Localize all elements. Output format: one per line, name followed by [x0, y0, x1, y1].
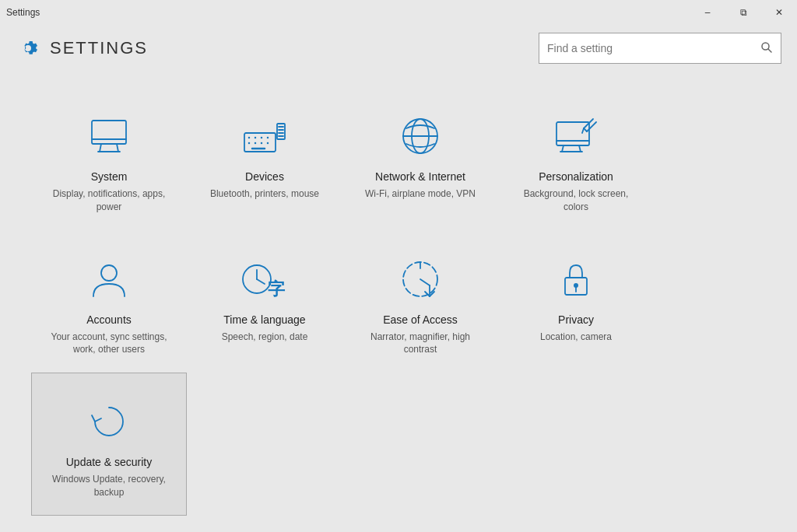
header-logo: SETTINGS — [16, 36, 148, 61]
privacy-desc: Location, camera — [540, 331, 612, 344]
personalization-title: Personalization — [539, 170, 613, 183]
accounts-title: Accounts — [86, 313, 132, 326]
search-input[interactable] — [547, 42, 760, 54]
search-icon — [760, 41, 773, 56]
svg-text:字: 字 — [268, 279, 286, 299]
minimize-button[interactable]: – — [690, 0, 725, 25]
personalization-desc: Background, lock screen, colors — [511, 187, 641, 214]
devices-desc: Bluetooth, printers, mouse — [210, 187, 319, 201]
system-desc: Display, notifications, apps, power — [44, 187, 174, 214]
svg-rect-2 — [92, 121, 126, 144]
personalization-icon — [551, 111, 601, 161]
svg-line-27 — [562, 145, 564, 152]
main-content: System Display, notifications, apps, pow… — [0, 72, 797, 531]
title-bar-controls: – ⧉ ✕ — [690, 0, 797, 25]
svg-line-41 — [420, 279, 430, 285]
ease-title: Ease of Access — [383, 313, 458, 326]
svg-line-3 — [100, 144, 101, 152]
time-title: Time & language — [223, 313, 305, 326]
title-bar: Settings – ⧉ ✕ — [0, 0, 797, 25]
settings-item-ease[interactable]: Ease of Access Narrator, magnifier, high… — [342, 230, 498, 373]
header: SETTINGS — [0, 25, 797, 72]
svg-line-1 — [768, 49, 771, 52]
header-title: SETTINGS — [50, 38, 148, 58]
search-box[interactable] — [539, 33, 781, 64]
svg-point-34 — [101, 265, 117, 281]
settings-item-network[interactable]: Network & Internet Wi-Fi, airplane mode,… — [342, 87, 498, 230]
privacy-title: Privacy — [558, 313, 594, 326]
settings-item-personalization[interactable]: Personalization Background, lock screen,… — [498, 87, 654, 230]
system-title: System — [91, 170, 128, 183]
svg-line-28 — [579, 145, 581, 152]
svg-line-4 — [117, 144, 118, 152]
svg-rect-25 — [556, 122, 589, 145]
accounts-desc: Your account, sync settings, work, other… — [44, 331, 174, 357]
update-desc: Windows Update, recovery, backup — [44, 473, 174, 499]
settings-item-privacy[interactable]: Privacy Location, camera — [498, 230, 654, 373]
system-icon — [84, 111, 134, 161]
settings-item-accounts[interactable]: Accounts Your account, sync settings, wo… — [31, 230, 187, 373]
svg-rect-17 — [277, 124, 285, 139]
network-title: Network & Internet — [375, 170, 465, 183]
time-icon: 字 — [240, 254, 290, 304]
ease-desc: Narrator, magnifier, high contrast — [355, 331, 486, 357]
devices-icon — [240, 111, 290, 161]
settings-item-system[interactable]: System Display, notifications, apps, pow… — [31, 87, 187, 230]
network-desc: Wi-Fi, airplane mode, VPN — [365, 187, 476, 201]
network-icon — [395, 111, 445, 161]
close-button[interactable]: ✕ — [761, 0, 797, 25]
title-bar-title: Settings — [0, 7, 40, 18]
devices-title: Devices — [245, 170, 284, 183]
settings-item-time[interactable]: 字 Time & language Speech, region, date — [187, 230, 342, 373]
privacy-icon — [551, 254, 601, 304]
svg-line-33 — [582, 128, 584, 133]
ease-icon — [395, 254, 445, 304]
settings-grid: System Display, notifications, apps, pow… — [31, 87, 766, 516]
restore-button[interactable]: ⧉ — [725, 0, 761, 25]
settings-item-update[interactable]: Update & security Windows Update, recove… — [31, 373, 187, 516]
update-icon — [84, 397, 134, 446]
svg-line-37 — [257, 279, 265, 284]
settings-item-devices[interactable]: Devices Bluetooth, printers, mouse — [187, 87, 342, 230]
time-desc: Speech, region, date — [222, 331, 308, 344]
update-title: Update & security — [66, 456, 153, 468]
accounts-icon — [84, 254, 134, 304]
gear-icon — [16, 36, 40, 61]
